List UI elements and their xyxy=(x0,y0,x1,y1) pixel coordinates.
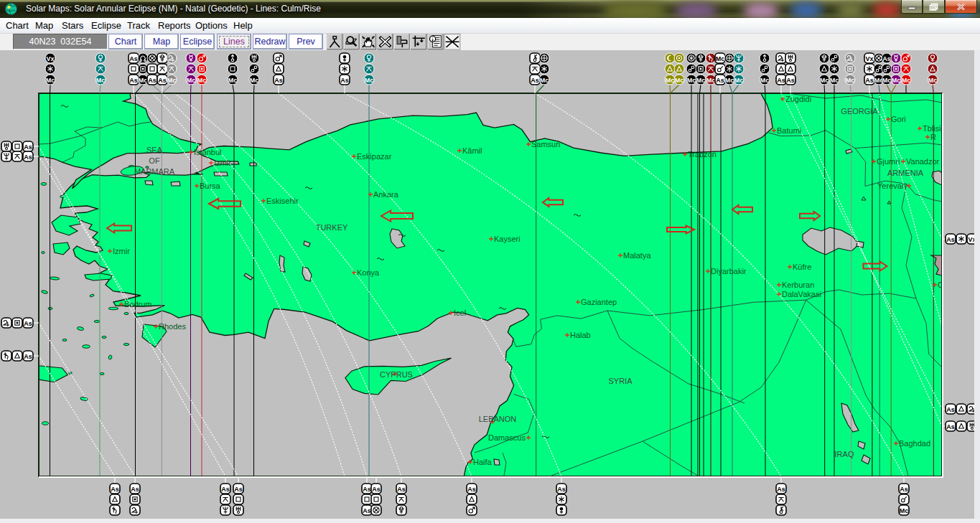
svg-text:Mc: Mc xyxy=(760,77,770,84)
svg-text:As: As xyxy=(900,486,908,493)
svg-text:Mc: Mc xyxy=(902,77,911,84)
svg-text:As: As xyxy=(531,77,539,84)
svg-text:Izmit: Izmit xyxy=(214,159,230,167)
svg-text:As: As xyxy=(111,486,119,493)
svg-text:As: As xyxy=(946,406,955,413)
svg-text:DalaVakasi: DalaVakasi xyxy=(782,290,821,298)
svg-text:Mc: Mc xyxy=(892,77,901,84)
svg-text:Mc: Mc xyxy=(666,77,675,84)
svg-text:Izmir: Izmir xyxy=(113,247,130,255)
svg-text:As: As xyxy=(24,320,32,327)
svg-text:Bursa: Bursa xyxy=(200,182,221,190)
svg-text:Mc: Mc xyxy=(96,77,106,84)
svg-text:As: As xyxy=(372,486,381,493)
svg-text:As: As xyxy=(24,353,32,360)
svg-text:Mc: Mc xyxy=(928,77,938,84)
svg-text:Mc: Mc xyxy=(830,77,839,84)
svg-text:Eskisehir: Eskisehir xyxy=(266,197,299,205)
svg-text:Kerburan: Kerburan xyxy=(782,281,814,289)
svg-text:LEBANON: LEBANON xyxy=(479,415,517,423)
svg-text:As: As xyxy=(777,486,785,493)
svg-text:As: As xyxy=(24,143,32,151)
svg-text:Tblisi: Tblisi xyxy=(923,124,941,133)
svg-text:Istanbul: Istanbul xyxy=(194,148,222,156)
svg-text:As: As xyxy=(882,55,891,62)
svg-text:Gori: Gori xyxy=(891,115,906,123)
svg-text:As: As xyxy=(467,486,476,493)
svg-text:As: As xyxy=(158,77,167,84)
svg-text:Zugdidi: Zugdidi xyxy=(785,95,811,103)
svg-text:Mc: Mc xyxy=(228,77,238,84)
svg-text:Bodrum: Bodrum xyxy=(124,300,152,308)
svg-text:MARMARA: MARMARA xyxy=(134,167,175,176)
svg-text:Konya: Konya xyxy=(357,268,380,277)
svg-text:Vanadzor: Vanadzor xyxy=(906,157,940,166)
svg-text:As: As xyxy=(363,486,371,493)
svg-text:As: As xyxy=(716,77,724,84)
svg-text:As: As xyxy=(777,77,785,84)
svg-text:SYRIA: SYRIA xyxy=(608,377,633,385)
svg-text:As: As xyxy=(221,486,230,493)
svg-text:SEA: SEA xyxy=(146,146,163,154)
svg-text:Kayseri: Kayseri xyxy=(494,235,521,243)
svg-text:Rhodes: Rhodes xyxy=(159,322,186,331)
svg-text:Malatya: Malatya xyxy=(623,251,651,260)
svg-text:As: As xyxy=(129,55,138,62)
svg-text:Gjumri: Gjumri xyxy=(877,157,900,166)
svg-text:Mc: Mc xyxy=(250,77,259,84)
svg-text:As: As xyxy=(234,486,243,493)
svg-text:Halab: Halab xyxy=(570,331,591,339)
svg-text:Mc: Mc xyxy=(696,77,706,84)
svg-text:Mc: Mc xyxy=(540,77,549,84)
svg-text:Eskipazar: Eskipazar xyxy=(357,152,392,161)
svg-text:Batumi: Batumi xyxy=(777,126,801,135)
svg-text:Mc: Mc xyxy=(675,77,684,84)
svg-text:As: As xyxy=(397,486,406,493)
svg-text:Gaziantep: Gaziantep xyxy=(581,298,617,306)
svg-text:Mc: Mc xyxy=(716,55,725,62)
svg-text:As: As xyxy=(24,154,32,161)
svg-text:Mc: Mc xyxy=(139,77,148,84)
svg-text:As: As xyxy=(274,77,283,84)
svg-text:As: As xyxy=(786,77,795,84)
svg-text:GEORGIA: GEORGIA xyxy=(841,107,878,116)
svg-text:TURKEY: TURKEY xyxy=(316,223,348,232)
svg-text:Mc: Mc xyxy=(365,77,374,84)
svg-text:Mc: Mc xyxy=(706,77,716,84)
svg-text:As: As xyxy=(557,486,566,493)
svg-text:As: As xyxy=(946,236,955,243)
svg-text:As: As xyxy=(148,77,157,84)
svg-text:Mc: Mc xyxy=(46,77,55,84)
svg-text:Vx: Vx xyxy=(865,55,873,62)
svg-text:Vx: Vx xyxy=(46,55,54,62)
svg-text:Mc: Mc xyxy=(734,77,744,84)
svg-text:Mc: Mc xyxy=(167,77,177,84)
svg-text:As: As xyxy=(363,507,371,514)
svg-text:Küfre: Küfre xyxy=(793,263,811,271)
svg-text:Mc: Mc xyxy=(882,77,892,84)
svg-text:Mc: Mc xyxy=(900,507,909,514)
svg-text:Diyarbakir: Diyarbakir xyxy=(711,267,747,275)
svg-text:Damascus: Damascus xyxy=(488,433,526,442)
svg-text:ARMENIA: ARMENIA xyxy=(887,169,924,177)
svg-text:As: As xyxy=(946,423,955,430)
svg-text:Mc: Mc xyxy=(820,77,829,84)
svg-text:Icel: Icel xyxy=(454,308,466,317)
svg-text:Ankara: Ankara xyxy=(373,190,399,199)
svg-text:As: As xyxy=(340,77,349,84)
svg-text:CYPRUS: CYPRUS xyxy=(380,370,413,379)
svg-text:Mc: Mc xyxy=(687,77,696,84)
svg-text:Kâmil: Kâmil xyxy=(462,146,482,155)
svg-text:OF: OF xyxy=(149,156,160,165)
svg-text:As: As xyxy=(865,77,874,84)
svg-text:As: As xyxy=(129,77,138,84)
svg-text:Baghdad: Baghdad xyxy=(899,439,930,448)
svg-text:Yerevan: Yerevan xyxy=(877,182,906,190)
svg-text:Samsun: Samsun xyxy=(531,140,560,149)
svg-text:R: R xyxy=(930,133,936,141)
svg-text:Haifa: Haifa xyxy=(473,458,493,466)
svg-text:Mc: Mc xyxy=(846,77,855,84)
svg-text:As: As xyxy=(131,486,139,493)
svg-text:IRAQ: IRAQ xyxy=(835,450,854,458)
svg-text:Mc: Mc xyxy=(725,77,734,84)
